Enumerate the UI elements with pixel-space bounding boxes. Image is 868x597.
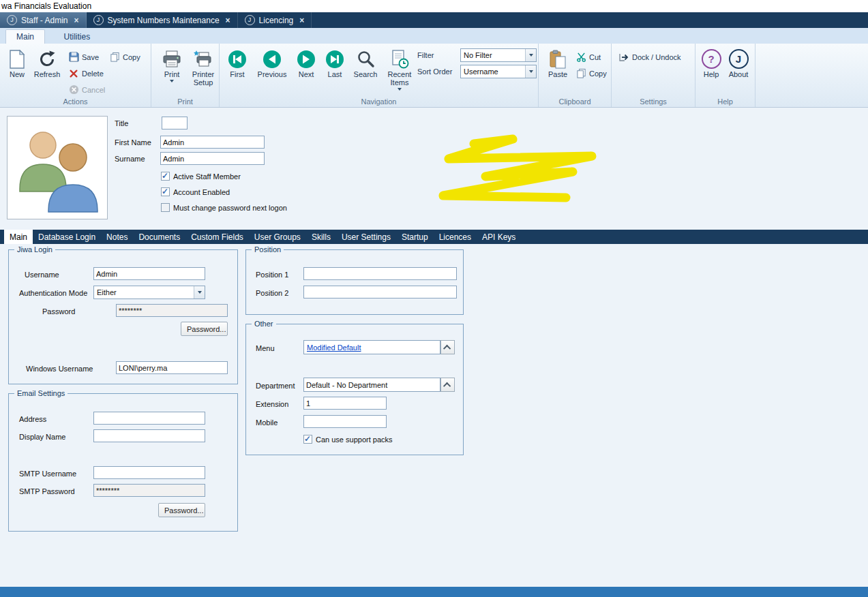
account-enabled-checkbox[interactable]: Account Enabled [161, 187, 230, 196]
detail-tab-documents[interactable]: Documents [133, 230, 185, 244]
account-enabled-label: Account Enabled [173, 188, 230, 196]
detail-tab-licences[interactable]: Licences [434, 230, 477, 244]
ribbon-group-print: Print Printer Setup Print [151, 44, 220, 107]
active-staff-checkbox[interactable]: Active Staff Member [161, 172, 241, 181]
detail-tab-startup[interactable]: Startup [396, 230, 434, 244]
cut-icon [575, 52, 586, 63]
search-label: Search [354, 70, 378, 78]
window-title: wa Financials Evaluation [0, 0, 868, 12]
detail-tab-skills[interactable]: Skills [306, 230, 336, 244]
close-tab-icon[interactable] [299, 16, 304, 25]
paste-button[interactable]: Paste [544, 48, 571, 78]
password-input[interactable] [116, 304, 228, 317]
detail-tab-api-keys[interactable]: API Keys [477, 230, 521, 244]
filter-dropdown[interactable]: No Filter [460, 48, 537, 62]
copy-button-clipboard[interactable]: Copy [575, 67, 607, 79]
new-label: New [10, 70, 25, 78]
title-input[interactable] [162, 117, 188, 129]
close-tab-icon[interactable] [226, 16, 230, 25]
display-name-input[interactable] [93, 429, 205, 442]
paste-icon [549, 48, 567, 70]
must-change-password-checkbox[interactable]: Must change password next logon [161, 203, 287, 212]
doc-tab-label: Staff - Admin [21, 16, 68, 25]
menu-expand-button[interactable] [440, 340, 455, 354]
first-button[interactable]: First [225, 48, 250, 78]
position1-input[interactable] [303, 267, 457, 280]
ribbon-tab-utilities[interactable]: Utilities [53, 30, 100, 44]
authentication-mode-label: Authentication Mode [19, 289, 87, 297]
copy-button[interactable]: Copy [109, 51, 140, 63]
other-legend: Other [252, 320, 276, 328]
authentication-mode-dropdown[interactable]: Either [93, 286, 205, 299]
app-window: wa Financials Evaluation Staff - Admin S… [0, 0, 868, 597]
print-icon [162, 48, 181, 70]
doc-tab-licencing[interactable]: Licencing [238, 12, 312, 28]
position-legend: Position [252, 245, 284, 254]
about-button[interactable]: About [725, 48, 751, 78]
doc-tab-staff-admin[interactable]: Staff - Admin [0, 12, 87, 28]
copy-label: Copy [589, 70, 607, 78]
detail-tab-custom-fields[interactable]: Custom Fields [185, 230, 249, 244]
copy-label: Copy [123, 53, 140, 61]
menu-field[interactable]: Modified Default [303, 340, 440, 354]
doc-tab-system-numbers[interactable]: System Numbers Maintenance [87, 12, 238, 28]
cut-button[interactable]: Cut [575, 51, 601, 63]
close-tab-icon[interactable] [74, 16, 78, 25]
sort-order-dropdown[interactable]: Username [460, 65, 537, 78]
smtp-password-input[interactable] [93, 484, 205, 497]
printer-setup-button[interactable]: Printer Setup [188, 48, 218, 87]
active-staff-label: Active Staff Member [173, 172, 241, 181]
refresh-icon [38, 48, 56, 70]
recent-items-button[interactable]: Recent Items [383, 48, 416, 91]
extension-input[interactable] [303, 397, 387, 410]
smtp-username-label: SMTP Username [19, 470, 76, 478]
support-packs-checkbox[interactable]: Can use support packs [303, 435, 393, 444]
cancel-label: Cancel [82, 86, 105, 94]
previous-icon [262, 48, 282, 70]
detail-tab-user-groups[interactable]: User Groups [249, 230, 306, 244]
position1-label: Position 1 [256, 271, 288, 279]
dock-undock-button[interactable]: Dock / Undock [618, 51, 681, 63]
password-button[interactable]: Password... [181, 322, 228, 336]
surname-input[interactable] [160, 152, 265, 165]
checkbox-box [161, 187, 170, 196]
position2-input[interactable] [303, 286, 457, 298]
print-button[interactable]: Print [158, 48, 185, 82]
delete-button[interactable]: Delete [68, 67, 104, 79]
cut-label: Cut [589, 53, 601, 61]
first-name-input[interactable] [160, 136, 265, 149]
search-button[interactable]: Search [350, 48, 380, 78]
smtp-password-button[interactable]: Password... [158, 503, 205, 517]
department-expand-button[interactable] [440, 378, 455, 392]
first-label: First [230, 70, 244, 78]
previous-button[interactable]: Previous [254, 48, 290, 78]
cancel-button[interactable]: Cancel [68, 84, 105, 95]
save-button[interactable]: Save [68, 51, 99, 63]
next-button[interactable]: Next [293, 48, 319, 78]
refresh-label: Refresh [34, 70, 61, 78]
dock-undock-label: Dock / Undock [632, 53, 681, 61]
staff-photo[interactable] [7, 116, 108, 219]
detail-tab-database-login[interactable]: Database Login [33, 230, 101, 244]
detail-tab-bar: Main Database Login Notes Documents Cust… [0, 230, 868, 244]
last-button[interactable]: Last [322, 48, 348, 78]
refresh-button[interactable]: Refresh [30, 48, 64, 78]
detail-tab-user-settings[interactable]: User Settings [336, 230, 396, 244]
username-input[interactable] [93, 267, 205, 280]
dock-undock-icon [618, 52, 629, 63]
surname-label: Surname [115, 155, 145, 163]
dropdown-arrow-icon [194, 286, 205, 298]
department-input[interactable] [303, 378, 440, 392]
help-button[interactable]: Help [698, 48, 724, 78]
recent-items-label: Recent Items [383, 70, 416, 87]
address-input[interactable] [93, 412, 205, 425]
smtp-username-input[interactable] [93, 466, 205, 479]
new-icon [9, 48, 25, 70]
new-button[interactable]: New [4, 48, 30, 78]
detail-tab-notes[interactable]: Notes [101, 230, 133, 244]
detail-tab-main[interactable]: Main [4, 230, 33, 244]
ribbon-tab-main[interactable]: Main [5, 29, 45, 44]
menu-value-link[interactable]: Modified Default [307, 343, 361, 352]
mobile-input[interactable] [303, 415, 387, 428]
windows-username-input[interactable] [116, 361, 228, 374]
